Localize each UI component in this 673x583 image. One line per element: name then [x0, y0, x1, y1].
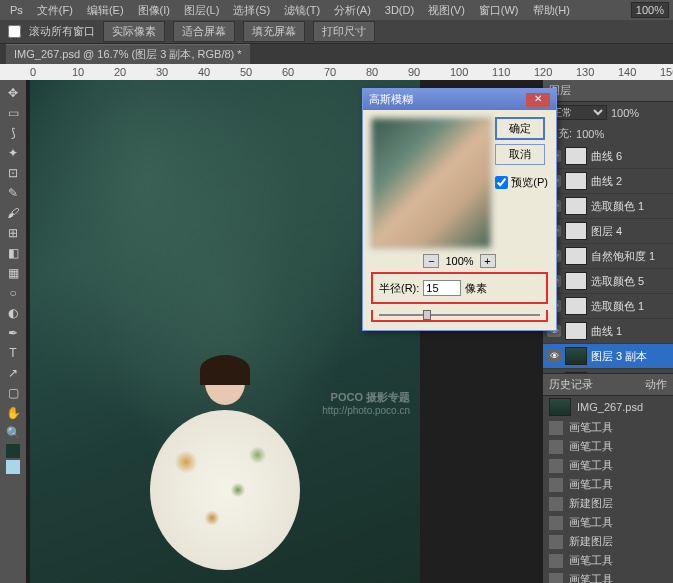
history-item[interactable]: 画笔工具	[543, 456, 673, 475]
blur-tool-icon[interactable]: ○	[3, 284, 23, 302]
history-item[interactable]: 画笔工具	[543, 551, 673, 570]
background-color[interactable]	[6, 460, 20, 474]
crop-tool-icon[interactable]: ⊡	[3, 164, 23, 182]
fill-screen-button[interactable]: 填充屏幕	[243, 21, 305, 42]
layer-name: 选取颜色 1	[591, 199, 644, 214]
layer-name: 图层 4	[591, 224, 622, 239]
menu-help[interactable]: 帮助(H)	[527, 1, 576, 20]
layer-row[interactable]: 👁选取颜色 5	[543, 269, 673, 294]
watermark: POCO 摄影专题 http://photo.poco.cn	[322, 390, 410, 416]
type-tool-icon[interactable]: T	[3, 344, 23, 362]
radius-unit: 像素	[465, 281, 487, 296]
hand-tool-icon[interactable]: ✋	[3, 404, 23, 422]
radius-label: 半径(R):	[379, 281, 419, 296]
menu-file[interactable]: 文件(F)	[31, 1, 79, 20]
preview-checkbox[interactable]	[495, 176, 508, 189]
layer-row[interactable]: 👁图层 3 副本	[543, 344, 673, 369]
menu-3d[interactable]: 3D(D)	[379, 2, 420, 18]
layer-row[interactable]: 👁曲线 6	[543, 144, 673, 169]
radius-input[interactable]	[423, 280, 461, 296]
visibility-icon[interactable]: 👁	[547, 350, 561, 362]
layer-row[interactable]: 👁选取颜色 1	[543, 294, 673, 319]
fit-screen-button[interactable]: 适合屏幕	[173, 21, 235, 42]
blur-preview[interactable]	[371, 118, 491, 248]
layer-row[interactable]: 👁曲线 2	[543, 169, 673, 194]
scroll-all-checkbox[interactable]	[8, 25, 21, 38]
cancel-button[interactable]: 取消	[495, 144, 545, 165]
layer-name: 曲线 2	[591, 174, 622, 189]
history-step-icon	[549, 535, 563, 549]
eraser-tool-icon[interactable]: ◧	[3, 244, 23, 262]
dodge-tool-icon[interactable]: ◐	[3, 304, 23, 322]
menu-view[interactable]: 视图(V)	[422, 1, 471, 20]
history-item[interactable]: 画笔工具	[543, 475, 673, 494]
history-step-icon	[549, 440, 563, 454]
menu-window[interactable]: 窗口(W)	[473, 1, 525, 20]
path-tool-icon[interactable]: ↗	[3, 364, 23, 382]
layer-row[interactable]: 👁曲线 1	[543, 319, 673, 344]
layer-name: 选取颜色 1	[591, 299, 644, 314]
actions-tab[interactable]: 动作	[645, 377, 667, 392]
history-item[interactable]: 画笔工具	[543, 418, 673, 437]
menu-edit[interactable]: 编辑(E)	[81, 1, 130, 20]
wand-tool-icon[interactable]: ✦	[3, 144, 23, 162]
toolbox: ✥ ▭ ⟆ ✦ ⊡ ✎ 🖌 ⊞ ◧ ▦ ○ ◐ ✒ T ↗ ▢ ✋ 🔍	[0, 80, 26, 583]
opacity-value[interactable]: 100%	[611, 107, 639, 119]
menubar: Ps 文件(F) 编辑(E) 图像(I) 图层(L) 选择(S) 滤镜(T) 分…	[0, 0, 673, 20]
history-item[interactable]: 新建图层	[543, 532, 673, 551]
zoom-out-button[interactable]: −	[423, 254, 439, 268]
history-step-icon	[549, 459, 563, 473]
preview-label: 预览(P)	[511, 175, 548, 190]
stamp-tool-icon[interactable]: ⊞	[3, 224, 23, 242]
layer-row[interactable]: 👁图层 4	[543, 219, 673, 244]
layer-row[interactable]: 👁选取颜色 1	[543, 194, 673, 219]
ruler-horizontal: 0102030405060708090100110120130140150	[0, 64, 673, 80]
zoom-level[interactable]: 100%	[631, 2, 669, 18]
layer-row[interactable]: 👁自然饱和度 1	[543, 244, 673, 269]
layer-thumb	[565, 297, 587, 315]
history-item[interactable]: 画笔工具	[543, 437, 673, 456]
eyedropper-tool-icon[interactable]: ✎	[3, 184, 23, 202]
menu-image[interactable]: 图像(I)	[132, 1, 176, 20]
close-icon[interactable]: ✕	[526, 93, 550, 107]
print-size-button[interactable]: 打印尺寸	[313, 21, 375, 42]
ok-button[interactable]: 确定	[495, 117, 545, 140]
zoom-tool-icon[interactable]: 🔍	[3, 424, 23, 442]
fill-value[interactable]: 100%	[576, 128, 604, 140]
layer-thumb	[565, 222, 587, 240]
menu-analysis[interactable]: 分析(A)	[328, 1, 377, 20]
marquee-tool-icon[interactable]: ▭	[3, 104, 23, 122]
document-tab[interactable]: IMG_267.psd @ 16.7% (图层 3 副本, RGB/8) *	[6, 44, 250, 64]
actual-pixels-button[interactable]: 实际像素	[103, 21, 165, 42]
layer-thumb	[565, 197, 587, 215]
history-item[interactable]: 新建图层	[543, 494, 673, 513]
layer-thumb	[565, 322, 587, 340]
menu-select[interactable]: 选择(S)	[227, 1, 276, 20]
history-file[interactable]: IMG_267.psd	[543, 396, 673, 418]
lasso-tool-icon[interactable]: ⟆	[3, 124, 23, 142]
foreground-color[interactable]	[6, 444, 20, 458]
layer-name: 图层 3 副本	[591, 349, 647, 364]
brush-tool-icon[interactable]: 🖌	[3, 204, 23, 222]
shape-tool-icon[interactable]: ▢	[3, 384, 23, 402]
zoom-in-button[interactable]: +	[480, 254, 496, 268]
pen-tool-icon[interactable]: ✒	[3, 324, 23, 342]
dialog-titlebar[interactable]: 高斯模糊 ✕	[363, 89, 556, 110]
app-icon: Ps	[4, 2, 29, 18]
menu-filter[interactable]: 滤镜(T)	[278, 1, 326, 20]
scroll-all-label: 滚动所有窗口	[29, 24, 95, 39]
history-item[interactable]: 画笔工具	[543, 570, 673, 583]
layer-name: 曲线 6	[591, 149, 622, 164]
options-bar: 滚动所有窗口 实际像素 适合屏幕 填充屏幕 打印尺寸	[0, 20, 673, 44]
radius-slider[interactable]	[371, 310, 548, 322]
move-tool-icon[interactable]: ✥	[3, 84, 23, 102]
history-step-icon	[549, 516, 563, 530]
gradient-tool-icon[interactable]: ▦	[3, 264, 23, 282]
gaussian-blur-dialog: 高斯模糊 ✕ 确定 取消 预览(P) − 100% + 半径(R): 像素	[362, 88, 557, 331]
menu-layer[interactable]: 图层(L)	[178, 1, 225, 20]
top-right-controls: 100%	[631, 2, 669, 18]
history-panel: 历史记录 动作 IMG_267.psd 画笔工具画笔工具画笔工具画笔工具新建图层…	[543, 373, 673, 583]
history-item[interactable]: 画笔工具	[543, 513, 673, 532]
history-tab[interactable]: 历史记录	[549, 377, 593, 392]
preview-zoom: 100%	[445, 255, 473, 267]
